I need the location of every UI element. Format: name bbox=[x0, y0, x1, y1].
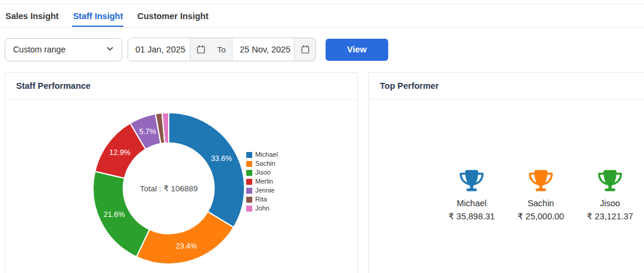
staff-performance-title: Staff Performance bbox=[5, 73, 357, 100]
donut-slice-label: 23.4% bbox=[176, 242, 197, 250]
range-select[interactable]: Custom range bbox=[5, 38, 122, 61]
date-from-input[interactable]: 01 Jan, 2025 bbox=[128, 38, 190, 61]
chevron-down-icon bbox=[106, 45, 114, 54]
top-performer-title: Top Performer bbox=[369, 73, 644, 100]
legend-label: Jisoo bbox=[255, 169, 271, 176]
trophy-icon bbox=[460, 183, 484, 193]
legend-swatch bbox=[246, 161, 252, 167]
legend-label: Rita bbox=[255, 196, 267, 203]
insight-tab-bar: Sales InsightStaff InsightCustomer Insig… bbox=[0, 4, 644, 27]
performers-list: Michael ₹ 35,898.31 Sachin ₹ 25,000.00 J… bbox=[369, 100, 644, 221]
legend-swatch bbox=[246, 152, 252, 158]
staff-performance-panel: Staff Performance 33.6%23.4%21.6%12.9%5.… bbox=[5, 72, 358, 273]
insight-tab[interactable]: Staff Insight bbox=[72, 4, 123, 27]
donut-slice-label: 33.6% bbox=[211, 154, 232, 163]
donut-slice-sachin[interactable] bbox=[137, 212, 234, 264]
staff-performance-chart-area: 33.6%23.4%21.6%12.9%5.7%Total : ₹ 106889… bbox=[5, 100, 357, 273]
performer-card: Michael ₹ 35,898.31 bbox=[442, 170, 501, 221]
chart-legend: Michael Sachin Jisoo Merlin Jennie Rita … bbox=[246, 150, 278, 213]
top-performer-panel: Top Performer Michael ₹ 35,898.31 Sachin… bbox=[369, 72, 644, 273]
legend-label: Merlin bbox=[255, 178, 273, 185]
date-range-to-label: To bbox=[211, 38, 233, 61]
legend-swatch bbox=[246, 188, 252, 194]
performer-card: Sachin ₹ 25,000.00 bbox=[511, 170, 571, 221]
date-to-input[interactable]: 25 Nov, 2025 bbox=[233, 38, 294, 61]
legend-swatch bbox=[246, 170, 252, 176]
donut-slice-label: 12.9% bbox=[109, 148, 130, 157]
filter-bar: Custom range 01 Jan, 2025 To 25 Nov, 202… bbox=[0, 38, 644, 61]
performer-name: Michael bbox=[442, 198, 501, 208]
donut-slice-michael[interactable] bbox=[169, 113, 244, 227]
top-performer-body: Michael ₹ 35,898.31 Sachin ₹ 25,000.00 J… bbox=[369, 100, 644, 273]
performer-card: Jisoo ₹ 23,121.37 bbox=[580, 170, 640, 221]
legend-label: Michael bbox=[255, 151, 278, 158]
legend-item[interactable]: Merlin bbox=[246, 177, 278, 186]
donut-slice-label: 5.7% bbox=[139, 128, 156, 136]
donut-slice-label: 21.6% bbox=[104, 210, 125, 219]
insight-tab[interactable]: Sales Insight bbox=[5, 4, 59, 27]
staff-performance-donut-chart[interactable]: 33.6%23.4%21.6%12.9%5.7%Total : ₹ 106889 bbox=[92, 111, 246, 265]
legend-swatch bbox=[246, 197, 252, 203]
legend-swatch bbox=[246, 179, 252, 185]
calendar-icon[interactable] bbox=[294, 38, 315, 61]
performer-name: Jisoo bbox=[580, 198, 640, 208]
performer-amount: ₹ 25,000.00 bbox=[511, 212, 571, 221]
trophy-icon bbox=[598, 183, 622, 193]
legend-item[interactable]: Michael bbox=[246, 150, 278, 159]
performer-amount: ₹ 35,898.31 bbox=[442, 212, 501, 221]
view-button[interactable]: View bbox=[326, 39, 388, 61]
calendar-icon[interactable] bbox=[190, 38, 211, 61]
legend-label: John bbox=[255, 205, 270, 212]
legend-item[interactable]: Jennie bbox=[246, 186, 278, 195]
date-range-group: 01 Jan, 2025 To 25 Nov, 2025 bbox=[128, 38, 316, 61]
donut-center-total-label: Total : ₹ 106889 bbox=[140, 184, 197, 193]
range-select-value: Custom range bbox=[13, 45, 66, 54]
legend-item[interactable]: John bbox=[246, 204, 278, 213]
panels-row: Staff Performance 33.6%23.4%21.6%12.9%5.… bbox=[0, 72, 644, 273]
legend-item[interactable]: Jisoo bbox=[246, 168, 278, 177]
performer-name: Sachin bbox=[511, 198, 571, 208]
legend-item[interactable]: Sachin bbox=[246, 159, 278, 168]
legend-label: Sachin bbox=[255, 160, 275, 167]
performer-amount: ₹ 23,121.37 bbox=[580, 212, 640, 221]
insight-tab[interactable]: Customer Insight bbox=[137, 4, 209, 27]
legend-item[interactable]: Rita bbox=[246, 195, 278, 204]
legend-label: Jennie bbox=[255, 187, 274, 194]
trophy-icon bbox=[529, 183, 553, 193]
legend-swatch bbox=[246, 206, 252, 212]
